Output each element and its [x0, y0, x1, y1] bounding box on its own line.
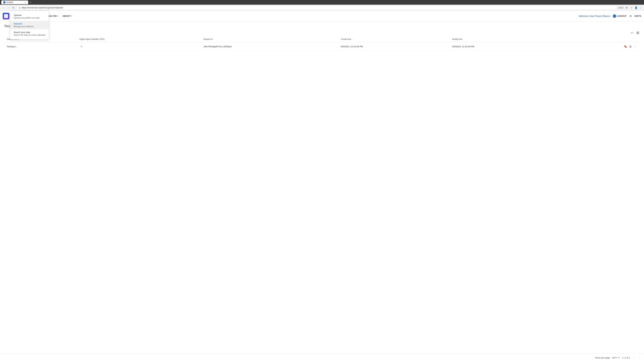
settings-gear-icon[interactable]: ⚙ [630, 14, 632, 17]
cell-create-time: 9/5/2023, 12:10:34 PM [338, 42, 450, 51]
welcome-text: Welcome Jose Pizarro Blanco [579, 15, 610, 17]
table-header: Dataset name Digital object identifier (… [4, 36, 640, 42]
lock-icon: 🔒 [18, 7, 21, 8]
logout-icon [613, 14, 616, 18]
table-toolbar [4, 31, 640, 35]
col-header-doi: Digital object identifier (DOI) [77, 36, 201, 42]
cell-doi: ⧉ [77, 42, 201, 51]
header-right: Welcome Jose Pizarro Blanco LOGOUT ⚙ UNI… [579, 14, 641, 18]
table-row: Testing d... ⧉ JiNn7i9AQdyRYCw_MZWj1A 9/… [4, 42, 640, 51]
back-button[interactable]: ← [1, 6, 5, 10]
next-page-button[interactable]: › [638, 356, 640, 360]
cell-modify-time: 9/5/2023, 12:10:34 PM [450, 42, 561, 51]
cell-dataset-id: JiNn7i9AQdyRYCw_MZWj1A [201, 42, 338, 51]
forward-button[interactable]: → [6, 6, 10, 10]
extensions-button[interactable]: ⚡ [629, 6, 633, 10]
col-header-modify-time: Modify time [450, 36, 561, 42]
url-text: https://nomad-lab.eu/prod/v1/gui/user/da… [22, 6, 63, 9]
browser-tab[interactable]: NOMAD ✕ [1, 0, 28, 4]
datasets-table: Dataset name Digital object identifier (… [4, 36, 640, 51]
table-body: Testing d... ⧉ JiNn7i9AQdyRYCw_MZWj1A 9/… [4, 42, 640, 51]
app-logo[interactable] [3, 13, 10, 19]
cell-row-actions: 🔖 🗑 → [561, 42, 640, 51]
units-button[interactable]: UNITS [634, 15, 642, 17]
logo-graphic [4, 14, 8, 18]
units-label: UNITS [634, 15, 642, 17]
zoom-level: 211% [618, 6, 624, 9]
col-header-dataset-id: Dataset id [201, 36, 338, 42]
table-header-row: Dataset name Digital object identifier (… [4, 36, 640, 42]
bookmark-icon[interactable]: 🔖 [623, 44, 628, 49]
logout-label: LOGOUT [617, 15, 627, 17]
copy-doi-icon[interactable]: ⧉ [80, 45, 82, 48]
search-data-menu-desc: Search the data you have uploaded [14, 34, 45, 36]
rows-per-page-label: Rows per page: [595, 357, 610, 359]
url-bar[interactable]: 🔒 https://nomad-lab.eu/prod/v1/gui/user/… [16, 5, 617, 10]
search-data-menu-title: Search your data [14, 31, 45, 33]
columns-view-button[interactable] [636, 31, 640, 35]
uploads-menu-desc: Upload and publish new data [14, 17, 45, 19]
logout-button[interactable]: LOGOUT [613, 14, 627, 18]
browser-toolbar: ← → ↻ 🔒 https://nomad-lab.eu/prod/v1/gui… [0, 5, 644, 11]
nav-menu: PUBLISH ▾ EXPLORE ▾ ANALYZE ▾ ABOUT ▾ [12, 14, 579, 18]
settings-button[interactable]: ⚙ [624, 6, 628, 10]
browser-chrome: NOMAD ✕ + [0, 0, 644, 5]
rows-per-page-control: Rows per page: 10 25 50 ▾ [595, 356, 620, 359]
nav-item-about[interactable]: ABOUT ▾ [61, 14, 74, 18]
code-view-button[interactable] [630, 31, 634, 35]
page-section-title: Your d [4, 24, 640, 28]
new-tab-button[interactable]: + [29, 1, 32, 4]
pagination-bar: Rows per page: 10 25 50 ▾ 1–1 of 1 ‹ › [0, 353, 644, 362]
dropdown-item-uploads[interactable]: Uploads Upload and publish new data [10, 12, 49, 21]
about-chevron-icon: ▾ [71, 15, 72, 17]
analyze-chevron-icon: ▾ [58, 15, 58, 17]
rows-per-page-select[interactable]: 10 25 50 [612, 356, 617, 359]
cell-dataset-name: Testing d... [4, 42, 77, 51]
prev-page-button[interactable]: ‹ [633, 356, 635, 360]
nav-about-label: ABOUT [62, 15, 70, 17]
publish-dropdown-menu: Uploads Upload and publish new data Data… [10, 11, 49, 39]
tab-close-button[interactable]: ✕ [25, 1, 26, 3]
sort-down-icon: ↓ [352, 38, 353, 40]
main-content: Your d Dataset name Digital object ident… [0, 21, 644, 54]
col-header-actions [561, 36, 640, 42]
delete-icon[interactable]: 🗑 [628, 44, 632, 49]
dropdown-item-search-your-data[interactable]: Search your data Search the data you hav… [10, 29, 49, 38]
row-actions-container: 🔖 🗑 → [564, 44, 637, 49]
dropdown-item-datasets[interactable]: Datasets Manage your datasets [10, 21, 49, 29]
datasets-menu-desc: Manage your datasets [14, 25, 45, 28]
browser-right-icons: 211% ⚙ ⚡ 👤 ⋮ [618, 6, 643, 10]
profile-button[interactable]: 👤 [634, 6, 638, 10]
reload-button[interactable]: ↻ [12, 6, 16, 10]
datasets-menu-title: Datasets [14, 22, 45, 25]
navigate-icon[interactable]: → [633, 44, 637, 49]
tab-title: NOMAD [6, 1, 13, 3]
tab-favicon [3, 1, 5, 3]
uploads-menu-title: Uploads [14, 14, 45, 16]
rows-per-page-chevron-icon: ▾ [618, 357, 620, 359]
col-header-create-time[interactable]: Create time ↓ [338, 36, 450, 42]
app-header: PUBLISH ▾ EXPLORE ▾ ANALYZE ▾ ABOUT ▾ We… [0, 11, 644, 21]
page-info: 1–1 of 1 [622, 357, 630, 359]
menu-button[interactable]: ⋮ [639, 6, 643, 10]
